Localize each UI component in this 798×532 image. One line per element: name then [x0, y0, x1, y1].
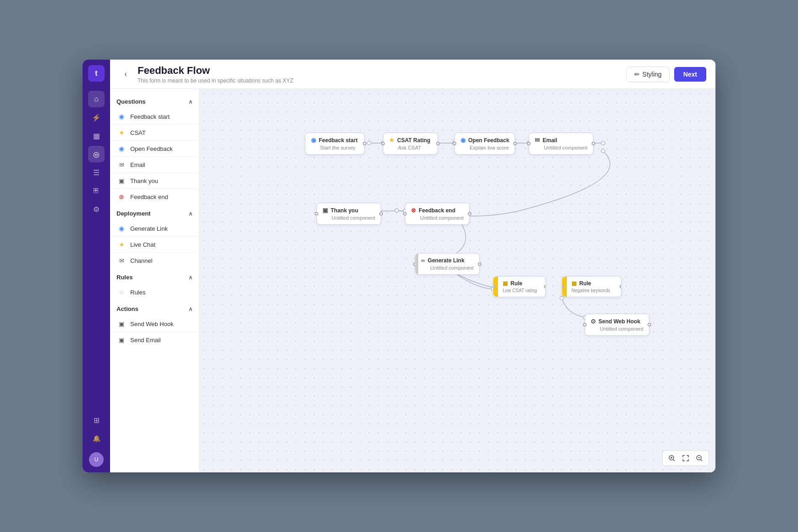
item-label: Feedback start: [130, 113, 170, 120]
list-item-rules[interactable]: ☆ Rules: [110, 284, 199, 300]
sidebar-icon-bolt[interactable]: ⚡: [88, 109, 105, 126]
sidebar-icon-chart[interactable]: ▦: [88, 127, 105, 144]
styling-button[interactable]: ✏ Styling: [626, 66, 670, 82]
item-label: Channel: [130, 257, 152, 264]
node-feedback-start[interactable]: ◉ Feedback start Start the survey: [305, 133, 365, 155]
sidebar-icon-eye[interactable]: ◎: [88, 146, 105, 162]
sidebar-icon-shield[interactable]: ⛨: [88, 183, 105, 199]
content-area: Questions ∧ ◉ Feedback start ★ CSAT ◉ Op…: [110, 89, 715, 472]
node-title: Send Web Hook: [598, 318, 640, 325]
item-label: Rules: [130, 289, 145, 296]
zoom-out-button[interactable]: [694, 453, 705, 464]
chevron-up-icon: ∧: [188, 211, 193, 217]
right-connector[interactable]: [544, 285, 546, 288]
node-title: Generate Link: [428, 257, 465, 264]
svg-line-18: [673, 460, 675, 461]
app-logo[interactable]: t: [88, 65, 105, 82]
item-label: Live Chat: [130, 241, 155, 248]
node-subtitle: Untitled component: [322, 215, 375, 221]
zoom-in-button[interactable]: [666, 453, 677, 464]
right-connector[interactable]: [468, 212, 471, 216]
right-connector[interactable]: [620, 285, 621, 288]
right-connector[interactable]: [478, 262, 482, 266]
sidebar-grid-icon[interactable]: ⊞: [88, 412, 105, 428]
email-icon: ▣: [117, 336, 126, 344]
list-item-feedback-end[interactable]: ⊗ Feedback end: [110, 189, 199, 205]
right-connector[interactable]: [436, 142, 440, 145]
node-generate-link[interactable]: ∞ Generate Link Untitled component: [415, 253, 480, 275]
item-label: Open Feedback: [130, 145, 173, 152]
square-icon: ▣: [322, 207, 328, 214]
webhook-icon: ⊙: [591, 318, 596, 325]
list-item-channel[interactable]: ✉ Channel: [110, 253, 199, 268]
node-subtitle: Explain low score: [460, 145, 509, 150]
node-subtitle: Untitled component: [421, 265, 474, 271]
section-rules-label: Rules: [116, 274, 133, 281]
avatar[interactable]: U: [89, 452, 104, 467]
right-connector[interactable]: [513, 142, 517, 145]
list-item-feedback-start[interactable]: ◉ Feedback start: [110, 109, 199, 125]
fit-button[interactable]: [680, 453, 691, 464]
node-rule-2[interactable]: ▦ Rule Negative keywords: [562, 276, 621, 297]
list-item-email[interactable]: ✉ Email: [110, 157, 199, 173]
sidebar-icon-book[interactable]: ☰: [88, 164, 105, 181]
list-item-generate-link[interactable]: ◉ Generate Link: [110, 221, 199, 237]
section-actions-header[interactable]: Actions ∧: [110, 302, 199, 316]
node-open-feedback[interactable]: ◉ Open Feedback Explain low score: [454, 133, 515, 155]
pencil-icon: ✏: [634, 71, 640, 78]
node-subtitle: Untitled component: [411, 215, 464, 221]
svg-point-2: [367, 141, 371, 145]
section-actions: Actions ∧ ▣ Send Web Hook ▣ Send Email: [110, 302, 199, 348]
rule-title: Rule: [579, 280, 591, 287]
item-label: Send Web Hook: [130, 321, 173, 327]
item-label: Thank you: [130, 177, 158, 184]
node-thank-you[interactable]: ▣ Thank you Untitled component: [316, 203, 381, 225]
page-subtitle: This form is meant to be used in specifi…: [138, 78, 621, 84]
node-rule-1[interactable]: ▦ Rule Low CSAT rating: [493, 276, 546, 297]
list-item-thank-you[interactable]: ▣ Thank you: [110, 173, 199, 189]
node-csat-rating[interactable]: ★ CSAT Rating Ask CSAT: [383, 133, 438, 155]
node-send-webhook[interactable]: ⊙ Send Web Hook Untitled component: [585, 314, 649, 336]
node-feedback-end[interactable]: ⊗ Feedback end Untitled component: [405, 203, 470, 225]
list-item-open-feedback[interactable]: ◉ Open Feedback: [110, 141, 199, 157]
right-connector[interactable]: [379, 212, 383, 216]
left-connector[interactable]: [381, 142, 385, 145]
list-item-live-chat[interactable]: ★ Live Chat: [110, 237, 199, 253]
node-title: Feedback end: [419, 207, 455, 214]
section-rules-header[interactable]: Rules ∧: [110, 270, 199, 284]
sidebar-icon-gear[interactable]: ⚙: [88, 201, 105, 217]
next-button[interactable]: Next: [674, 67, 706, 82]
node-header: ▣ Thank you: [322, 207, 375, 214]
sidebar-bell-icon[interactable]: 🔔: [88, 430, 105, 447]
circle-icon: ◉: [311, 137, 316, 144]
list-item-send-email[interactable]: ▣ Send Email: [110, 332, 199, 348]
item-label: CSAT: [130, 129, 146, 136]
title-block: Feedback Flow This form is meant to be u…: [138, 65, 621, 84]
list-item-csat[interactable]: ★ CSAT: [110, 125, 199, 141]
rule-icon: ▦: [503, 280, 508, 287]
section-questions-label: Questions: [116, 98, 146, 105]
envelope-icon: ✉: [535, 137, 540, 144]
section-rules: Rules ∧ ☆ Rules: [110, 270, 199, 300]
node-email[interactable]: ✉ Email Untitled component: [529, 133, 593, 155]
left-connector[interactable]: [403, 212, 407, 216]
rule-subtitle: Low CSAT rating: [503, 288, 537, 293]
flow-canvas[interactable]: ◉ Feedback start Start the survey ★ CSAT…: [200, 89, 715, 472]
list-item-send-webhook[interactable]: ▣ Send Web Hook: [110, 316, 199, 332]
left-connector[interactable]: [527, 142, 531, 145]
left-connector[interactable]: [583, 323, 587, 327]
rule-header: ▦ Rule: [571, 280, 610, 287]
right-connector[interactable]: [592, 142, 595, 145]
sidebar-icon-home[interactable]: ⌂: [88, 91, 105, 107]
section-deployment-label: Deployment: [116, 210, 150, 217]
left-connector[interactable]: [453, 142, 456, 145]
svg-point-16: [560, 296, 564, 300]
section-questions-header[interactable]: Questions ∧: [110, 94, 199, 109]
right-connector[interactable]: [648, 323, 651, 327]
back-button[interactable]: ‹: [119, 68, 132, 81]
sidebar: t ⌂ ⚡ ▦ ◎ ☰ ⛨ ⚙ ⊞ 🔔 U: [83, 60, 110, 472]
left-connector[interactable]: [315, 212, 318, 216]
rule-content: ▦ Rule Negative keywords: [567, 277, 615, 297]
section-deployment-header[interactable]: Deployment ∧: [110, 206, 199, 221]
right-connector[interactable]: [363, 142, 366, 145]
